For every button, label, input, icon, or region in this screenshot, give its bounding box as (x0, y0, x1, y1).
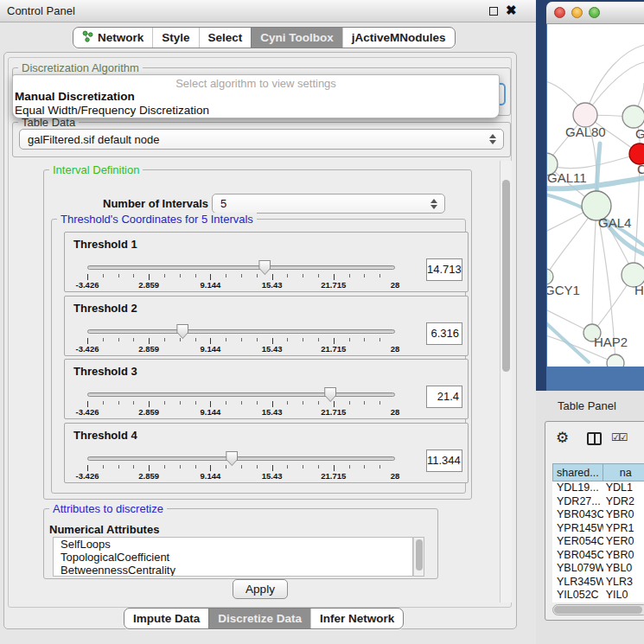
column-header-name[interactable]: na (603, 463, 644, 481)
table-row[interactable]: YER054CYER0 (552, 535, 644, 549)
table-row[interactable]: YDR27...YDR2 (552, 495, 644, 509)
network-window-titlebar[interactable] (546, 2, 644, 24)
threshold-2-label: Threshold 2 (73, 302, 137, 315)
network-node-label: GAL4 (598, 215, 631, 230)
table-cell: YPR145W (552, 522, 603, 536)
tick-label: 21.715 (321, 280, 346, 290)
group-discretization-algorithm-label: Discretization Algorithm (18, 61, 143, 74)
tab-discretize-data[interactable]: Discretize Data (208, 609, 310, 628)
close-icon[interactable]: ✖ (506, 3, 517, 18)
table-row[interactable]: YDL19...YDL1 (552, 481, 644, 495)
tick-label: 2.859 (138, 280, 159, 290)
tab-style-label: Style (162, 31, 189, 44)
settings-viewport: Interval Definition Number of Intervals … (12, 161, 500, 603)
slider-track[interactable] (87, 392, 395, 397)
table-row[interactable]: YBR045CYBR0 (552, 549, 644, 563)
table-cell: YBR043C (552, 508, 603, 522)
tab-jactivemnodules-label: jActiveMNodules (352, 31, 446, 44)
tab-cyni-toolbox[interactable]: Cyni Toolbox (251, 28, 342, 48)
apply-button[interactable]: Apply (233, 579, 288, 599)
tab-network[interactable]: Network (73, 28, 152, 48)
threshold-1-value-field[interactable]: 14.713 (426, 258, 462, 281)
tick-label: 21.715 (321, 471, 346, 481)
tick-label: 21.715 (321, 407, 346, 417)
table-data-combobox[interactable]: galFiltered.sif default node (19, 129, 504, 150)
network-node-label: GCY1 (547, 283, 580, 297)
settings-gear-icon[interactable]: ⚙ (556, 429, 569, 447)
table-row[interactable]: YPR145WYPR1 (552, 522, 644, 536)
table-cell: YBR0 (603, 508, 644, 522)
tick-label: 2.859 (138, 471, 159, 481)
network-node[interactable] (622, 105, 644, 128)
table-data-value: galFiltered.sif default node (28, 133, 159, 146)
list-item[interactable]: BetweennessCentrality (54, 564, 412, 577)
select-columns-checkboxes-icon[interactable]: ☑☑ (611, 431, 627, 443)
network-node-label: GAL80 (565, 124, 606, 139)
tick-label: 9.144 (201, 471, 221, 481)
column-header-shared-name[interactable]: shared... (552, 463, 603, 481)
group-interval-definition: Interval Definition Number of Intervals … (43, 169, 472, 500)
algorithm-popup-hint: Select algorithm to view settings (13, 75, 499, 90)
network-icon (82, 30, 93, 45)
table-horizontal-scrollbar[interactable] (552, 604, 644, 615)
scrollbar-thumb[interactable] (502, 180, 510, 372)
network-node[interactable] (573, 103, 597, 127)
threshold-1-panel: Threshold 1 -3.4262.8599.14415.4321.7152… (64, 232, 469, 292)
float-window-icon[interactable] (489, 7, 498, 16)
threshold-4-value-field[interactable]: 11.344 (426, 450, 462, 472)
table-row[interactable]: YBR043CYBR0 (552, 508, 644, 522)
scrollbar-thumb[interactable] (416, 539, 423, 571)
tick-label: 15.43 (262, 407, 283, 417)
table-row[interactable]: YIL052CYIL0 (552, 589, 644, 603)
tab-impute-data[interactable]: Impute Data (124, 609, 208, 628)
scrollbar-thumb[interactable] (554, 606, 642, 614)
threshold-3-value-field[interactable]: 21.4 (426, 386, 462, 408)
network-node-label: H (634, 283, 644, 297)
tab-impute-data-label: Impute Data (133, 612, 200, 625)
table-cell: YBL079W (552, 562, 603, 576)
slider-track[interactable] (87, 456, 395, 461)
tab-select[interactable]: Select (199, 28, 252, 48)
threshold-1-label: Threshold 1 (73, 238, 137, 251)
slider-track[interactable] (87, 329, 395, 334)
algorithm-option-equal-width[interactable]: Equal Width/Frequency Discretization (13, 104, 499, 118)
table-header-row: shared... na (552, 463, 644, 481)
table-cell: YBR045C (552, 549, 603, 563)
close-traffic-light-icon[interactable] (554, 7, 565, 18)
tick-label: 21.715 (321, 344, 346, 354)
tick-label: -3.426 (76, 344, 99, 354)
screen: Control Panel ✖ Network Style (0, 0, 644, 644)
attributes-list-scrollbar[interactable] (413, 537, 424, 577)
list-item[interactable]: TopologicalCoefficient (54, 551, 412, 564)
algorithm-option-manual[interactable]: Manual Discretization (13, 90, 499, 104)
table-row[interactable]: YBL079WYBL0 (552, 562, 644, 576)
number-of-intervals-combobox[interactable]: 5 (212, 194, 445, 214)
tick-label: 28 (391, 280, 400, 290)
tick-label: 9.144 (201, 280, 221, 290)
column-layout-icon[interactable] (587, 432, 602, 445)
tick-label: 2.859 (138, 407, 159, 417)
table-cell: YDL1 (603, 481, 644, 495)
table-cell: YER054C (552, 535, 603, 549)
slider-tick-labels: -3.4262.8599.14415.4321.71528 (87, 280, 395, 290)
table-row[interactable]: YLR345WYLR3 (552, 576, 644, 590)
network-node-label: C (637, 162, 644, 176)
table-panel-region: Table Panel ⚙ ☑☑ shared... na YDL19...YD… (536, 391, 644, 644)
table-panel-title: Table Panel (558, 399, 616, 412)
network-node[interactable] (607, 354, 624, 367)
tab-style[interactable]: Style (152, 28, 198, 48)
tab-jactivemnodules[interactable]: jActiveMNodules (342, 28, 455, 48)
group-threshold-coordinates-label: Threshold's Coordinates for 5 Intervals (57, 213, 257, 226)
network-graph: GAL80GACGAL11GAL4GCY1HHAP2 (547, 24, 644, 367)
table-cell: YDL19... (552, 481, 603, 495)
slider-track[interactable] (87, 265, 395, 270)
settings-scrollbar[interactable] (500, 161, 512, 603)
minimize-traffic-light-icon[interactable] (571, 7, 583, 18)
list-item[interactable]: SelfLoops (54, 538, 412, 551)
tab-discretize-data-label: Discretize Data (218, 612, 302, 625)
maximize-traffic-light-icon[interactable] (589, 7, 600, 18)
algorithm-dropdown-popup: Select algorithm to view settings Manual… (12, 74, 500, 118)
tick-label: -3.426 (76, 407, 99, 417)
threshold-2-value-field[interactable]: 6.316 (426, 322, 462, 345)
tab-infer-network[interactable]: Infer Network (310, 609, 403, 628)
